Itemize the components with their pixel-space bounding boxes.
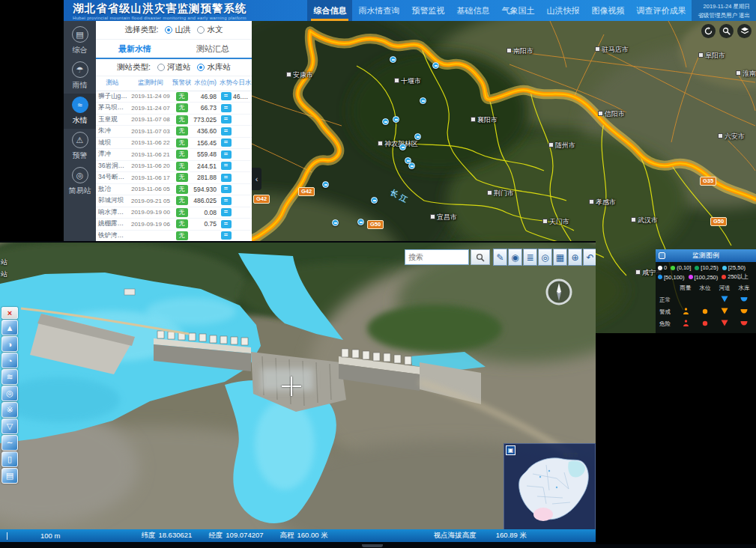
table-row[interactable]: 茅马坝测量站2019-11-24 07无66.73= — [96, 103, 252, 115]
image-tool-icon[interactable]: ▦ — [553, 249, 567, 266]
station-name-cell[interactable]: 玉皇观 — [96, 114, 129, 126]
flood-tool-icon[interactable]: ▽ — [1, 418, 18, 434]
table-row[interactable]: 铁炉湾水库无= — [96, 230, 252, 242]
nav-item[interactable]: 气象国土 — [495, 0, 540, 21]
viewer-3d-window[interactable]: 站站 ✎◉≣◎▦⊕↶ ×▲◑◔≋◎※▽∼▯▤ — [0, 241, 596, 544]
station-name-cell[interactable]: 敖冶 — [96, 183, 129, 195]
user-label[interactable]: 省级管理员用户 退出 — [698, 11, 750, 20]
table-row[interactable]: 朱冲2019-11-07 03无436.60= — [96, 126, 252, 138]
swirl-tool-icon[interactable]: ◔ — [1, 353, 18, 368]
compass[interactable] — [545, 278, 573, 306]
globe-tool-icon[interactable]: ⊕ — [568, 249, 582, 266]
radio-on-icon[interactable] — [165, 26, 172, 34]
nav-item[interactable]: 图像视频 — [585, 0, 630, 21]
nav-item[interactable]: 山洪快报 — [540, 0, 585, 21]
sidebar-item-预警[interactable]: ⚠预警 — [64, 129, 96, 164]
water-station-marker[interactable] — [332, 219, 339, 226]
tab-最新水情[interactable]: 最新水情 — [96, 40, 174, 58]
overview-minimap[interactable]: 海口市 ▣ — [504, 443, 596, 531]
sidebar-item-雨情[interactable]: ☂雨情 — [64, 58, 96, 94]
layers-icon[interactable] — [737, 24, 752, 38]
rotate-tool-icon[interactable]: ◑ — [1, 336, 18, 352]
water-station-marker[interactable] — [382, 118, 389, 125]
station-name-cell[interactable]: 36岩洞水位 — [96, 160, 129, 172]
profile-tool-icon[interactable]: ▯ — [1, 451, 18, 467]
type-filter-option[interactable]: 水文 — [197, 25, 223, 35]
radio-off-icon[interactable] — [157, 64, 165, 71]
report-tool-icon[interactable]: ▤ — [1, 468, 18, 484]
station-name-cell[interactable]: 姚棚露水库 — [96, 219, 129, 231]
camera-tool-icon[interactable]: ◉ — [508, 249, 522, 266]
预警-icon: ⚠ — [72, 132, 88, 148]
station-name-cell[interactable]: 34号断面水位 — [96, 172, 129, 184]
app-header: 湖北省省级山洪灾害监测预警系统 Hubei provincial mountai… — [64, 0, 756, 21]
water-station-marker[interactable] — [399, 144, 406, 150]
search-button[interactable] — [471, 249, 490, 265]
eye-tool-icon[interactable]: ◎ — [538, 249, 552, 266]
water-station-marker[interactable] — [371, 197, 378, 204]
station-name-cell[interactable]: 潭冲 — [96, 149, 129, 161]
list-tool-icon[interactable]: ≣ — [523, 249, 537, 266]
water-station-marker[interactable] — [420, 97, 426, 104]
panel-collapse-button[interactable]: ‹ — [252, 168, 261, 190]
legend-scale-item: [10,25) — [695, 264, 718, 271]
nav-item[interactable]: 综合信息 — [307, 0, 352, 21]
water-station-marker[interactable] — [322, 181, 329, 188]
table-row[interactable]: 潭冲2019-11-06 21无559.48= — [96, 149, 252, 161]
station-name-cell[interactable]: 郭城河坝 — [96, 195, 129, 207]
water-station-marker[interactable] — [414, 133, 421, 140]
radio-on-icon[interactable] — [197, 64, 205, 71]
table-row[interactable]: 郭城河坝2019-09-21 05无486.025= — [96, 195, 252, 207]
station-name-cell[interactable]: 茅马坝测量站 — [96, 103, 129, 115]
table-row[interactable]: 敖冶2019-11-06 05无594.930= — [96, 183, 252, 195]
water-station-marker[interactable] — [408, 162, 415, 169]
station-filter-option[interactable]: 河道站 — [157, 62, 191, 73]
status-cell: 无 — [172, 114, 191, 126]
nav-item[interactable]: 雨水情查询 — [352, 0, 405, 21]
station-name-cell[interactable]: 响水潭水库 — [96, 207, 129, 219]
sidebar-item-简易站[interactable]: ◎简易站 — [64, 164, 96, 199]
table-row[interactable]: 城坝2019-11-06 22无156.45= — [96, 137, 252, 149]
nav-item[interactable]: 调查评价成果 — [630, 0, 692, 21]
flow-tool-icon[interactable]: ∼ — [1, 435, 18, 451]
nav-item[interactable]: 基础信息 — [450, 0, 495, 21]
terrain-tool-icon[interactable]: ▲ — [1, 320, 18, 335]
sidebar-item-综合[interactable]: ▤综合 — [64, 23, 96, 58]
water-station-marker[interactable] — [357, 219, 364, 225]
undo-tool-icon[interactable]: ↶ — [583, 249, 596, 266]
user-box[interactable]: 2019-11-24 星期日 省级管理员用户 退出 — [692, 0, 756, 21]
search-input[interactable] — [405, 249, 469, 265]
status-cell: 无 — [172, 183, 191, 195]
splash-tool-icon[interactable]: ※ — [1, 402, 18, 418]
table-row[interactable]: 姚棚露水库2019-09-19 06无0.75= — [96, 219, 252, 231]
zoom-search-icon[interactable] — [719, 24, 734, 38]
sidebar-item-水情[interactable]: ≈水情 — [64, 94, 96, 129]
minimap-corner-icon[interactable]: ▣ — [506, 445, 515, 455]
reset-view-icon[interactable] — [701, 24, 716, 38]
legend-header[interactable]: 监测图例 — [656, 249, 756, 262]
water-station-marker[interactable] — [390, 56, 396, 63]
table-row[interactable]: 玉皇观2019-11-07 08无773.025= — [96, 114, 252, 126]
table-row[interactable]: 响水潭水库2019-09-19 00无0.08= — [96, 207, 252, 219]
wave-tool-icon[interactable]: ≋ — [1, 369, 18, 385]
station-name-cell[interactable]: 朱冲 — [96, 126, 129, 138]
water-station-marker[interactable] — [393, 116, 399, 123]
radio-off-icon[interactable] — [197, 26, 205, 34]
tab-测站汇总[interactable]: 测站汇总 — [174, 40, 252, 58]
station-name-cell[interactable]: 狮子山gps水位 — [96, 91, 129, 103]
type-filter-option[interactable]: 山洪 — [165, 25, 190, 35]
table-row[interactable]: 36岩洞水位2019-11-06 20无244.51= — [96, 160, 252, 172]
nav-item[interactable]: 预警监视 — [405, 0, 450, 21]
station-name-cell[interactable]: 城坝 — [96, 137, 129, 149]
draw-chart-tool-icon[interactable]: ✎ — [493, 249, 507, 266]
table-row[interactable]: 狮子山gps水位2019-11-24 09无46.98=46.99 — [96, 91, 252, 103]
water-station-marker[interactable] — [432, 62, 439, 69]
city-label: 驻马店市 — [595, 45, 629, 55]
radar-tool-icon[interactable]: ◎ — [1, 386, 18, 401]
close-viewer-button[interactable]: × — [1, 307, 18, 319]
taskbar-notch[interactable] — [362, 544, 383, 547]
legend-collapse-icon[interactable] — [659, 252, 665, 259]
station-name-cell[interactable]: 铁炉湾水库 — [96, 230, 129, 242]
station-filter-option[interactable]: 水库站 — [197, 62, 231, 73]
table-row[interactable]: 34号断面水位2019-11-06 17无281.88= — [96, 172, 252, 184]
